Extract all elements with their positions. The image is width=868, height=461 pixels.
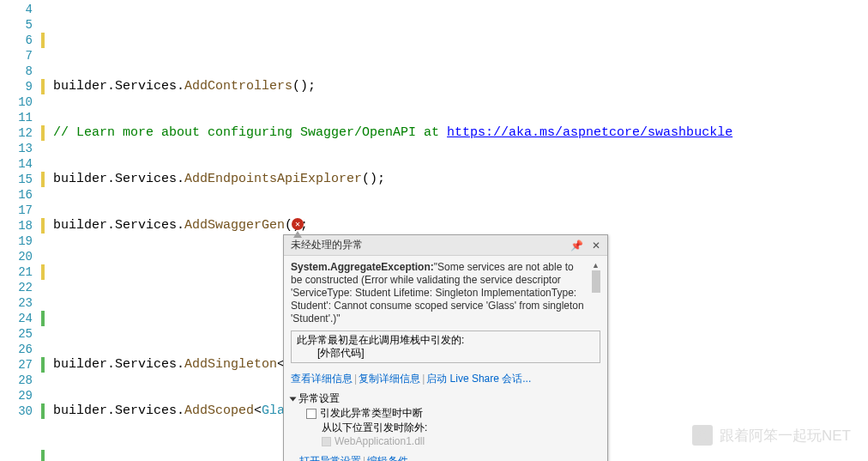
code-line: // Learn more about configuring Swagger/…	[41, 125, 868, 141]
exception-message: System.AggregateException:"Some services…	[291, 261, 584, 325]
wechat-icon: ✪	[692, 425, 713, 446]
close-icon[interactable]: ✕	[592, 240, 600, 252]
view-details-link[interactable]: 查看详细信息	[291, 373, 353, 385]
code-line: builder.Services.AddSwaggerGen();	[41, 218, 868, 234]
code-line: builder.Services.AddControllers();	[41, 79, 868, 94]
popup-title: 未经处理的异常	[291, 238, 363, 252]
pin-icon[interactable]: 📌	[570, 240, 583, 252]
liveshare-link[interactable]: 启动 Live Share 会话...	[426, 373, 531, 385]
watermark: ✪ 跟着阿笨一起玩NET	[692, 425, 851, 446]
popup-scrollbar[interactable]: ▲	[591, 261, 600, 325]
break-on-exception-checkbox[interactable]	[306, 409, 316, 419]
except-from-label: 从以下位置引发时除外:	[322, 421, 427, 435]
open-exception-settings-link[interactable]: 打开异常设置	[299, 455, 361, 461]
error-icon: ✕	[292, 218, 304, 230]
swagger-doc-link[interactable]: https://aka.ms/aspnetcore/swashbuckle	[447, 125, 732, 140]
copy-details-link[interactable]: 复制详细信息	[359, 373, 420, 385]
dll-name: WebApplication1.dll	[335, 435, 425, 447]
line-number-gutter: 4567891011121314151617181920212223242526…	[0, 0, 41, 461]
callstack-box: 此异常最初是在此调用堆栈中引发的: [外部代码]	[291, 331, 600, 363]
break-label: 引发此异常类型时中断	[320, 406, 423, 421]
exception-popup: 未经处理的异常 📌 ✕ System.AggregateException:"S…	[283, 234, 608, 461]
exception-settings-header[interactable]: 异常设置	[291, 391, 600, 406]
edit-conditions-link[interactable]: 编辑条件	[367, 455, 408, 461]
code-line: builder.Services.AddEndpointsApiExplorer…	[41, 172, 868, 187]
dll-icon	[322, 437, 331, 446]
